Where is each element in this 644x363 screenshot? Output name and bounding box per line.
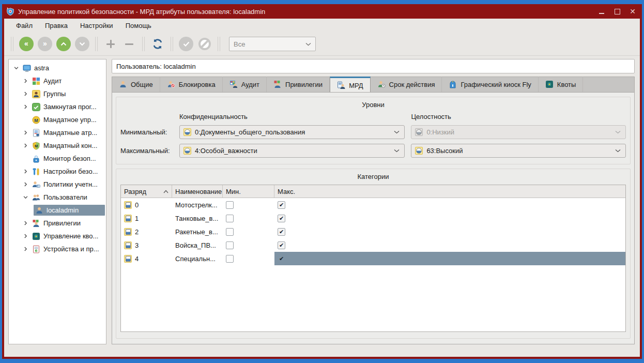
tab-privileges[interactable]: Привилегии bbox=[267, 77, 330, 92]
max-integrity-select[interactable]: 63:Высокий bbox=[411, 144, 626, 158]
header-min[interactable]: Мин. bbox=[223, 185, 274, 198]
mandatory-attributes-icon bbox=[32, 129, 40, 137]
categories-group: Категории Разряд Наименование Мин. Макс. bbox=[116, 169, 631, 339]
window-title: Управление политикой безопасности - МРД … bbox=[18, 8, 594, 16]
tree-item-security-settings[interactable]: Настройки безо... bbox=[10, 165, 105, 178]
min-checkbox[interactable] bbox=[226, 241, 234, 249]
header-label: Наименование bbox=[175, 188, 222, 195]
tree-item-account-policies[interactable]: Политики учетн... bbox=[10, 178, 105, 191]
audit-person-icon bbox=[229, 80, 238, 88]
header-max[interactable]: Макс. bbox=[274, 185, 625, 198]
chevron-right-icon[interactable] bbox=[21, 221, 29, 225]
min-checkbox[interactable] bbox=[226, 201, 234, 209]
category-icon bbox=[124, 255, 132, 263]
header-label: Макс. bbox=[278, 188, 295, 195]
max-checkbox[interactable] bbox=[278, 241, 285, 249]
tree-item-quota-management[interactable]: Управление кво... bbox=[10, 230, 105, 243]
tree-item-mandatory-attrs[interactable]: Мандатные атр... bbox=[10, 126, 105, 139]
table-row[interactable]: 2 Ракетные_в... bbox=[121, 225, 625, 238]
apply-icon[interactable] bbox=[179, 37, 193, 51]
chevron-right-icon[interactable] bbox=[21, 143, 29, 148]
chevron-right-icon[interactable] bbox=[21, 92, 29, 96]
sort-asc-icon bbox=[163, 190, 168, 193]
max-integrity-value: 63:Высокий bbox=[426, 147, 611, 155]
table-row[interactable]: 3 Войска_ПВ... bbox=[121, 238, 625, 252]
remove-icon[interactable] bbox=[122, 37, 136, 51]
categories-table: Разряд Наименование Мин. Макс. 0 bbox=[120, 185, 626, 332]
chevron-down-icon bbox=[394, 149, 400, 153]
category-id: 4 bbox=[135, 255, 139, 263]
header-razryad[interactable]: Разряд bbox=[121, 185, 172, 198]
tree-item-groups[interactable]: Группы bbox=[10, 87, 105, 100]
chevron-right-icon[interactable] bbox=[21, 234, 29, 238]
chevron-right-icon[interactable] bbox=[21, 247, 29, 251]
nav-up-icon[interactable] bbox=[56, 37, 71, 51]
tree-item-label: Пользователи bbox=[43, 193, 87, 201]
table-header: Разряд Наименование Мин. Макс. bbox=[121, 185, 625, 198]
chevron-right-icon[interactable] bbox=[21, 104, 29, 109]
refresh-icon[interactable] bbox=[150, 37, 165, 51]
category-name: Войска_ПВ... bbox=[172, 238, 223, 252]
min-checkbox[interactable] bbox=[226, 228, 234, 236]
maximize-button[interactable] bbox=[613, 7, 621, 16]
tab-audit[interactable]: Аудит bbox=[223, 77, 267, 92]
add-icon[interactable] bbox=[103, 37, 118, 51]
table-row[interactable]: 4 Специальн... bbox=[121, 252, 625, 265]
tree-item-security-monitor[interactable]: Монитор безоп... bbox=[10, 152, 105, 165]
person-clock-icon bbox=[377, 80, 386, 88]
chevron-right-icon[interactable] bbox=[21, 169, 29, 174]
nav-next-icon[interactable]: » bbox=[38, 37, 52, 51]
chevron-down-icon[interactable] bbox=[12, 66, 20, 70]
tree-item-localadmin[interactable]: localadmin bbox=[10, 204, 105, 217]
tree-item-audit[interactable]: Аудит bbox=[10, 74, 105, 87]
table-row[interactable]: 0 Мотострелк... bbox=[121, 198, 625, 211]
tree-item-astra[interactable]: astra bbox=[10, 62, 105, 74]
minimize-button[interactable] bbox=[597, 7, 606, 16]
kiosk-icon bbox=[449, 80, 457, 88]
chevron-right-icon[interactable] bbox=[21, 130, 29, 135]
min-checkbox[interactable] bbox=[226, 215, 234, 222]
min-confidentiality-select[interactable]: 0:Документы_общего_пользования bbox=[179, 125, 405, 139]
tab-quotas[interactable]: Квоты bbox=[539, 77, 584, 92]
nav-first-icon[interactable]: « bbox=[19, 37, 34, 51]
tree-item-users[interactable]: Пользователи bbox=[10, 191, 105, 204]
min-checkbox[interactable] bbox=[226, 255, 234, 263]
cancel-icon[interactable] bbox=[197, 37, 212, 51]
chevron-right-icon[interactable] bbox=[21, 182, 29, 187]
navigation-tree: astra Аудит Группы Замкнутая прог... bbox=[8, 59, 106, 344]
menu-file[interactable]: Файл bbox=[10, 20, 38, 31]
tree-item-label: astra bbox=[34, 64, 49, 72]
privileges-person-icon bbox=[273, 80, 282, 88]
menu-settings[interactable]: Настройки bbox=[74, 20, 119, 31]
chevron-down-icon[interactable] bbox=[21, 195, 29, 200]
nav-down-icon[interactable] bbox=[75, 37, 89, 51]
tab-expiration[interactable]: Срок действия bbox=[371, 77, 442, 92]
tree-item-closed-env[interactable]: Замкнутая прог... bbox=[10, 100, 105, 113]
tree-item-label: Мандатное упр... bbox=[43, 116, 97, 124]
max-checkbox[interactable] bbox=[278, 255, 285, 263]
table-row[interactable]: 1 Танковые_в... bbox=[121, 211, 625, 225]
tree-item-privileges[interactable]: Привилегии bbox=[10, 217, 105, 230]
tab-fly-kiosk[interactable]: Графический киоск Fly bbox=[442, 77, 538, 92]
svg-text:M: M bbox=[34, 117, 38, 123]
chevron-right-icon[interactable] bbox=[21, 79, 29, 83]
menu-edit[interactable]: Правка bbox=[39, 20, 73, 31]
person-block-icon bbox=[167, 80, 175, 88]
close-button[interactable]: ✕ bbox=[628, 7, 637, 16]
menu-help[interactable]: Помощь bbox=[120, 20, 157, 31]
max-checkbox[interactable] bbox=[278, 228, 285, 236]
users-icon bbox=[32, 193, 40, 202]
tab-general[interactable]: Общие bbox=[112, 77, 160, 92]
max-confidentiality-select[interactable]: 4:Особой_важности bbox=[179, 144, 405, 158]
tree-item-mandatory-control[interactable]: M Мандатный кон... bbox=[10, 139, 105, 152]
tab-mrd[interactable]: МРД bbox=[330, 77, 370, 93]
tree-item-devices[interactable]: Устройства и пр... bbox=[10, 243, 105, 255]
header-name[interactable]: Наименование bbox=[172, 185, 223, 198]
toolbar-separator bbox=[171, 37, 173, 51]
max-checkbox[interactable] bbox=[278, 215, 285, 222]
max-checkbox[interactable] bbox=[278, 201, 285, 209]
tab-label: Привилегии bbox=[285, 81, 323, 88]
tab-blocking[interactable]: Блокировка bbox=[160, 77, 223, 92]
tree-item-mandatory-mgmt[interactable]: M Мандатное упр... bbox=[10, 113, 105, 126]
filter-select[interactable]: Все bbox=[229, 37, 316, 51]
